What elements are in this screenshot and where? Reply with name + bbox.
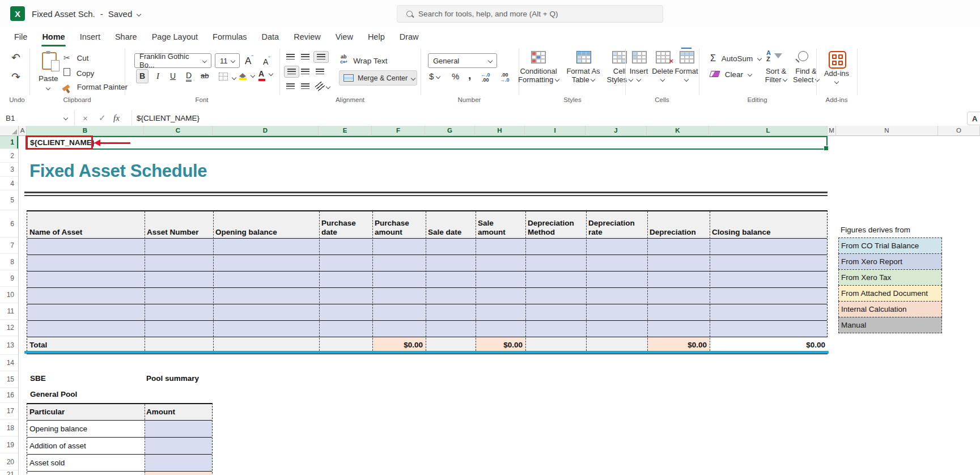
pool-particular-cell[interactable]: Addition of asset [27,438,145,454]
increase-indent-button[interactable] [301,83,309,91]
search-input[interactable]: Search for tools, help, and more (Alt + … [397,5,663,23]
row-header[interactable]: 16 [0,388,18,403]
enter-button[interactable]: ✓ [99,110,106,126]
borders-button[interactable] [219,73,236,82]
pool-particular-cell[interactable]: Opening balance [27,421,145,437]
align-right-button[interactable] [316,68,324,77]
asset-data-row[interactable] [27,272,827,288]
row-header[interactable]: 1 [0,136,18,149]
ribbon-tab[interactable]: Review [286,28,328,46]
copy-button[interactable]: Copy [63,68,94,78]
column-header[interactable]: F [372,126,425,136]
table-header-cell[interactable]: Depreciation rate [586,218,647,238]
column-header[interactable]: K [647,126,709,136]
legend-item[interactable]: From Xero Tax [838,269,942,286]
grow-font-button[interactable]: Aˆ [245,54,253,67]
asset-data-row[interactable] [27,239,827,255]
ribbon-tab[interactable]: File [7,28,35,46]
legend-item[interactable]: From Attached Document [838,285,942,302]
pool-summary-cell[interactable]: Pool summary [146,374,199,383]
row-header[interactable]: 20 [0,453,18,470]
comma-button[interactable]: , [468,69,471,82]
row-header[interactable]: 9 [0,270,18,287]
general-pool-cell[interactable]: General Pool [30,390,77,398]
table-header-cell[interactable]: Depreciation [647,227,710,238]
ribbon-tab[interactable]: View [328,28,360,46]
format-as-table-button[interactable]: Format As Table [562,67,604,84]
pool-particular-cell[interactable] [27,472,145,475]
add-ins-button[interactable]: Add-ins [822,69,851,86]
asset-data-row[interactable] [27,255,827,272]
align-top-button[interactable] [286,53,295,62]
document-title[interactable]: Fixed Asset Sch. - Saved [32,0,141,28]
pool-header-amount[interactable]: Amount [144,404,212,420]
sort-filter-button[interactable]: Sort & Filter [760,67,792,84]
row-header[interactable]: 12 [0,320,18,336]
table-header-cell[interactable]: Purchase date [319,218,372,238]
table-header-cell[interactable]: Purchase amount [372,218,426,238]
ribbon-tab[interactable]: Insert [73,28,108,46]
decrease-indent-button[interactable] [286,83,295,91]
column-header[interactable]: N [836,126,938,136]
pool-header-particular[interactable]: Particular [27,404,144,420]
select-all-corner[interactable] [0,126,19,136]
asset-data-row[interactable] [27,288,827,304]
row-header[interactable]: 10 [0,287,18,303]
column-header[interactable]: D [213,126,319,136]
legend-item[interactable]: From CO Trial Balance [838,238,942,254]
legend-title[interactable]: Figures derives from [841,226,910,234]
column-header[interactable]: G [425,126,475,136]
percent-button[interactable]: % [452,71,459,81]
column-header[interactable]: L [709,126,828,136]
number-format-select[interactable]: General [428,53,497,68]
excel-logo-icon[interactable]: X [10,6,25,21]
wrap-text-button[interactable]: abc↩ Wrap Text [340,54,388,65]
ribbon-tab[interactable]: Home [35,28,72,46]
row-header[interactable]: 6 [0,210,18,238]
legend-item[interactable]: Manual [838,317,942,333]
orientation-button[interactable] [316,83,330,91]
increase-decimal-button[interactable]: ←.0.00 [481,73,490,83]
table-header-cell[interactable]: Depreciation Method [525,218,586,238]
asset-data-row[interactable] [27,321,827,337]
ribbon-tab[interactable]: Page Layout [145,28,205,46]
align-left-button[interactable] [284,66,299,78]
row-header[interactable]: 14 [0,355,18,371]
underline-button[interactable]: U [170,71,176,80]
row-header[interactable]: 18 [0,419,18,436]
ribbon-tab[interactable]: Formulas [205,28,254,46]
font-color-button[interactable]: A [258,69,273,78]
row-header[interactable]: 7 [0,238,18,254]
row-header[interactable]: 5 [0,190,18,210]
paste-button[interactable]: Paste [42,52,58,92]
asset-data-row[interactable] [27,304,827,321]
row-header[interactable]: 8 [0,254,18,270]
formula-input[interactable]: ${CLIENT_NAME} [131,110,200,126]
font-size-select[interactable]: 11 [215,53,240,68]
row-header[interactable]: 4 [0,177,18,190]
clear-button[interactable]: Clear [710,70,752,79]
insert-cells-button[interactable]: Insert [627,67,650,84]
bold-button[interactable]: B [136,69,149,83]
ribbon-tab[interactable]: Share [108,28,145,46]
ribbon-tab[interactable]: Data [254,28,287,46]
align-middle-button[interactable] [301,53,309,62]
ribbon-tab[interactable]: Help [360,28,392,46]
fill-color-button[interactable] [239,71,254,80]
row-header[interactable]: 17 [0,403,18,419]
row-header[interactable]: 19 [0,436,18,453]
sheet-title-cell[interactable]: Fixed Asset Schedule [29,161,207,181]
column-header[interactable]: I [525,126,586,136]
find-select-button[interactable]: Find & Select [790,67,822,84]
row-header[interactable]: 21 [0,470,18,475]
sbe-cell[interactable]: SBE [30,374,46,383]
format-cells-button[interactable]: Format [673,67,700,84]
column-header[interactable]: O [938,126,980,136]
table-header-cell[interactable]: Name of Asset [27,227,145,238]
font-name-select[interactable]: Franklin Gothic Bo... [134,53,211,68]
shrink-font-button[interactable]: Aˇ [263,56,270,66]
row-header[interactable]: 13 [0,336,18,355]
table-header-cell[interactable]: Closing balance [710,227,828,238]
conditional-formatting-button[interactable]: Conditional Formatting [515,67,562,84]
pool-particular-cell[interactable]: Asset sold [27,455,145,471]
